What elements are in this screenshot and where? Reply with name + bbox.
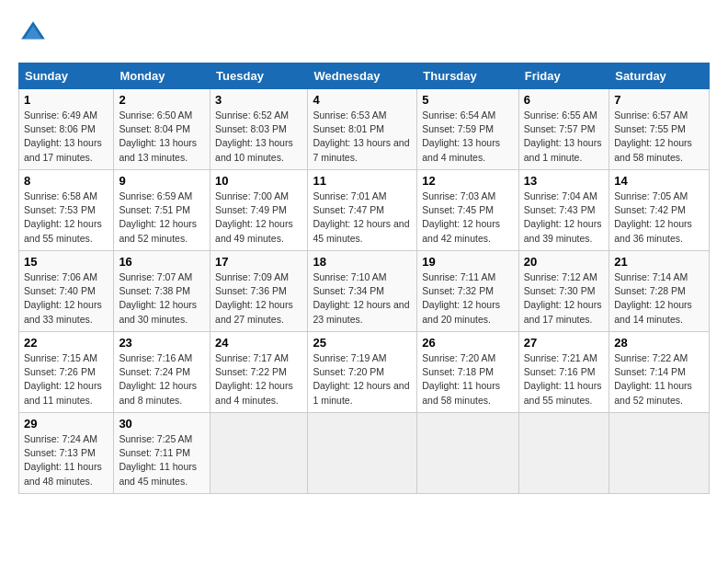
calendar-cell: 14Sunrise: 7:05 AM Sunset: 7:42 PM Dayli… [609,170,710,251]
calendar-cell [518,413,609,494]
calendar-cell [210,413,308,494]
logo [18,18,51,48]
day-info: Sunrise: 7:15 AM Sunset: 7:26 PM Dayligh… [24,351,108,408]
day-info: Sunrise: 6:49 AM Sunset: 8:06 PM Dayligh… [24,109,108,165]
day-number: 12 [422,174,514,188]
day-info: Sunrise: 7:14 AM Sunset: 7:28 PM Dayligh… [614,270,704,327]
day-info: Sunrise: 7:17 AM Sunset: 7:22 PM Dayligh… [215,351,302,408]
day-info: Sunrise: 7:25 AM Sunset: 7:11 PM Dayligh… [119,432,205,488]
day-number: 8 [24,174,108,188]
col-header-thursday: Thursday [417,63,519,89]
day-number: 27 [524,336,604,350]
day-info: Sunrise: 7:09 AM Sunset: 7:36 PM Dayligh… [215,270,302,327]
calendar-table: SundayMondayTuesdayWednesdayThursdayFrid… [18,63,710,494]
day-number: 1 [24,93,108,107]
day-number: 18 [313,255,412,269]
col-header-wednesday: Wednesday [308,63,417,89]
col-header-sunday: Sunday [19,63,114,89]
day-info: Sunrise: 7:11 AM Sunset: 7:32 PM Dayligh… [422,270,514,327]
calendar-cell: 27Sunrise: 7:21 AM Sunset: 7:16 PM Dayli… [518,332,609,413]
calendar-cell: 6Sunrise: 6:55 AM Sunset: 7:57 PM Daylig… [518,89,609,170]
day-info: Sunrise: 7:19 AM Sunset: 7:20 PM Dayligh… [313,351,412,408]
page-header [18,18,710,48]
day-number: 16 [119,255,205,269]
day-info: Sunrise: 6:52 AM Sunset: 8:03 PM Dayligh… [215,109,302,165]
day-info: Sunrise: 7:01 AM Sunset: 7:47 PM Dayligh… [313,190,412,246]
day-number: 4 [313,93,412,107]
calendar-cell: 8Sunrise: 6:58 AM Sunset: 7:53 PM Daylig… [19,170,114,251]
day-info: Sunrise: 7:16 AM Sunset: 7:24 PM Dayligh… [119,351,205,408]
col-header-saturday: Saturday [609,63,710,89]
day-number: 13 [524,174,604,188]
day-info: Sunrise: 7:21 AM Sunset: 7:16 PM Dayligh… [524,351,604,408]
day-number: 26 [422,336,514,350]
day-info: Sunrise: 7:05 AM Sunset: 7:42 PM Dayligh… [614,190,704,246]
calendar-cell [308,413,417,494]
day-number: 28 [614,336,704,350]
day-number: 7 [614,93,704,107]
day-info: Sunrise: 7:04 AM Sunset: 7:43 PM Dayligh… [524,190,604,246]
calendar-cell: 17Sunrise: 7:09 AM Sunset: 7:36 PM Dayli… [210,251,308,332]
day-info: Sunrise: 6:50 AM Sunset: 8:04 PM Dayligh… [119,109,205,165]
calendar-cell: 4Sunrise: 6:53 AM Sunset: 8:01 PM Daylig… [308,89,417,170]
day-info: Sunrise: 7:12 AM Sunset: 7:30 PM Dayligh… [524,270,604,327]
day-number: 22 [24,336,108,350]
calendar-cell [609,413,710,494]
day-info: Sunrise: 7:03 AM Sunset: 7:45 PM Dayligh… [422,190,514,246]
day-number: 14 [614,174,704,188]
day-number: 6 [524,93,604,107]
calendar-cell: 15Sunrise: 7:06 AM Sunset: 7:40 PM Dayli… [19,251,114,332]
calendar-cell: 29Sunrise: 7:24 AM Sunset: 7:13 PM Dayli… [19,413,114,494]
calendar-cell: 3Sunrise: 6:52 AM Sunset: 8:03 PM Daylig… [210,89,308,170]
calendar-cell: 20Sunrise: 7:12 AM Sunset: 7:30 PM Dayli… [518,251,609,332]
col-header-monday: Monday [114,63,210,89]
calendar-cell: 28Sunrise: 7:22 AM Sunset: 7:14 PM Dayli… [609,332,710,413]
day-number: 30 [119,417,205,431]
day-number: 11 [313,174,412,188]
calendar-cell: 23Sunrise: 7:16 AM Sunset: 7:24 PM Dayli… [114,332,210,413]
day-number: 5 [422,93,514,107]
day-number: 23 [119,336,205,350]
calendar-cell: 21Sunrise: 7:14 AM Sunset: 7:28 PM Dayli… [609,251,710,332]
day-number: 25 [313,336,412,350]
col-header-tuesday: Tuesday [210,63,308,89]
logo-icon [18,18,48,48]
calendar-cell: 12Sunrise: 7:03 AM Sunset: 7:45 PM Dayli… [417,170,519,251]
day-info: Sunrise: 7:06 AM Sunset: 7:40 PM Dayligh… [24,270,108,327]
day-info: Sunrise: 7:10 AM Sunset: 7:34 PM Dayligh… [313,270,412,327]
day-number: 21 [614,255,704,269]
calendar-cell: 19Sunrise: 7:11 AM Sunset: 7:32 PM Dayli… [417,251,519,332]
day-info: Sunrise: 7:24 AM Sunset: 7:13 PM Dayligh… [24,432,108,488]
calendar-cell: 1Sunrise: 6:49 AM Sunset: 8:06 PM Daylig… [19,89,114,170]
calendar-cell: 7Sunrise: 6:57 AM Sunset: 7:55 PM Daylig… [609,89,710,170]
day-number: 15 [24,255,108,269]
calendar-cell: 16Sunrise: 7:07 AM Sunset: 7:38 PM Dayli… [114,251,210,332]
calendar-cell: 10Sunrise: 7:00 AM Sunset: 7:49 PM Dayli… [210,170,308,251]
day-info: Sunrise: 7:07 AM Sunset: 7:38 PM Dayligh… [119,270,205,327]
day-number: 10 [215,174,302,188]
calendar-cell: 18Sunrise: 7:10 AM Sunset: 7:34 PM Dayli… [308,251,417,332]
day-info: Sunrise: 6:55 AM Sunset: 7:57 PM Dayligh… [524,109,604,165]
day-info: Sunrise: 6:53 AM Sunset: 8:01 PM Dayligh… [313,109,412,165]
calendar-cell: 11Sunrise: 7:01 AM Sunset: 7:47 PM Dayli… [308,170,417,251]
day-number: 20 [524,255,604,269]
day-number: 2 [119,93,205,107]
calendar-cell: 25Sunrise: 7:19 AM Sunset: 7:20 PM Dayli… [308,332,417,413]
day-info: Sunrise: 7:00 AM Sunset: 7:49 PM Dayligh… [215,190,302,246]
calendar-cell: 2Sunrise: 6:50 AM Sunset: 8:04 PM Daylig… [114,89,210,170]
day-info: Sunrise: 6:58 AM Sunset: 7:53 PM Dayligh… [24,190,108,246]
day-number: 9 [119,174,205,188]
calendar-cell: 13Sunrise: 7:04 AM Sunset: 7:43 PM Dayli… [518,170,609,251]
day-number: 19 [422,255,514,269]
calendar-cell [417,413,519,494]
day-number: 3 [215,93,302,107]
day-number: 17 [215,255,302,269]
calendar-cell: 26Sunrise: 7:20 AM Sunset: 7:18 PM Dayli… [417,332,519,413]
calendar-cell: 22Sunrise: 7:15 AM Sunset: 7:26 PM Dayli… [19,332,114,413]
day-info: Sunrise: 6:57 AM Sunset: 7:55 PM Dayligh… [614,109,704,165]
day-info: Sunrise: 6:54 AM Sunset: 7:59 PM Dayligh… [422,109,514,165]
calendar-cell: 30Sunrise: 7:25 AM Sunset: 7:11 PM Dayli… [114,413,210,494]
calendar-cell: 9Sunrise: 6:59 AM Sunset: 7:51 PM Daylig… [114,170,210,251]
day-info: Sunrise: 7:20 AM Sunset: 7:18 PM Dayligh… [422,351,514,408]
day-info: Sunrise: 7:22 AM Sunset: 7:14 PM Dayligh… [614,351,704,408]
